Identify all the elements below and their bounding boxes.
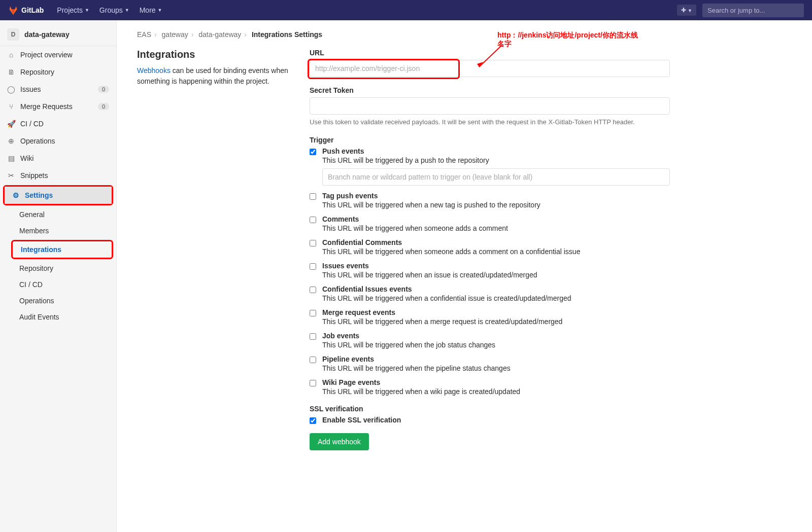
trigger-desc: This URL will be triggered when a merge … [322, 317, 670, 326]
gear-icon: ⚙ [12, 191, 20, 199]
url-label: URL [310, 49, 670, 57]
trigger-title: Tag push events [322, 192, 670, 200]
trigger-item: Issues eventsThis URL will be triggered … [310, 262, 670, 279]
book-icon: ▤ [7, 154, 15, 162]
trigger-item: Job eventsThis URL will be triggered whe… [310, 332, 670, 349]
trigger-desc: This URL will be triggered when someone … [322, 247, 670, 256]
add-webhook-button[interactable]: Add webhook [310, 433, 369, 450]
trigger-item: Confidential CommentsThis URL will be tr… [310, 238, 670, 256]
search-input[interactable] [702, 4, 804, 17]
url-input[interactable] [310, 60, 670, 77]
trigger-item: Pipeline eventsThis URL will be triggere… [310, 355, 670, 372]
trigger-checkbox[interactable] [310, 333, 316, 340]
sidebar-item-snippets[interactable]: ✂Snippets [0, 167, 116, 184]
settings-cicd[interactable]: CI / CD [0, 276, 116, 293]
sidebar-item-repository[interactable]: 🗎Repository [0, 63, 116, 81]
trigger-checkbox[interactable] [310, 287, 316, 293]
trigger-checkbox[interactable] [310, 263, 316, 270]
trigger-desc: This URL will be triggered when a wiki p… [322, 387, 670, 396]
chevron-down-icon: ▼ [158, 8, 162, 13]
crumb-eas[interactable]: EAS [137, 30, 151, 39]
trigger-desc: This URL will be triggered when someone … [322, 224, 670, 232]
gitlab-logo[interactable]: GitLab [8, 5, 44, 15]
trigger-title: Pipeline events [322, 355, 670, 363]
chevron-down-icon: ▼ [125, 8, 129, 13]
trigger-item: Wiki Page eventsThis URL will be trigger… [310, 378, 670, 396]
new-button[interactable]: ✚ ▼ [677, 5, 696, 16]
sidebar-item-wiki[interactable]: ▤Wiki [0, 150, 116, 167]
sidebar-item-cicd[interactable]: 🚀CI / CD [0, 115, 116, 132]
brand-name: GitLab [21, 6, 44, 14]
home-icon: ⌂ [7, 51, 15, 59]
project-name: data-gateway [24, 30, 70, 39]
settings-general[interactable]: General [0, 206, 116, 223]
settings-members[interactable]: Members [0, 223, 116, 239]
breadcrumb: EAS› gateway› data-gateway› Integrations… [137, 30, 670, 39]
issues-badge: 0 [98, 86, 109, 93]
trigger-title: Issues events [322, 262, 670, 270]
settings-integrations[interactable]: Integrations [13, 241, 112, 258]
ssl-check-label: Enable SSL verification [322, 416, 670, 424]
issues-icon: ◯ [7, 85, 15, 93]
trigger-desc: This URL will be triggered when the job … [322, 341, 670, 349]
trigger-title: Job events [322, 332, 670, 340]
trigger-checkbox[interactable] [310, 217, 316, 223]
trigger-item: Tag push eventsThis URL will be triggere… [310, 192, 670, 209]
trigger-title: Wiki Page events [322, 378, 670, 386]
file-icon: 🗎 [7, 68, 15, 76]
settings-audit[interactable]: Audit Events [0, 309, 116, 325]
trigger-label: Trigger [310, 136, 670, 144]
ssl-checkbox[interactable] [310, 417, 316, 424]
trigger-item: CommentsThis URL will be triggered when … [310, 215, 670, 232]
page-intro: Webhooks can be used for binding events … [137, 65, 289, 87]
trigger-item: Confidential Issues eventsThis URL will … [310, 285, 670, 302]
page-title: Integrations [137, 49, 289, 60]
operations-icon: ⊕ [7, 137, 15, 145]
trigger-title: Push events [322, 147, 670, 155]
trigger-title: Confidential Comments [322, 238, 670, 246]
trigger-desc: This URL will be triggered by a push to … [322, 156, 670, 164]
secret-input[interactable] [310, 97, 670, 115]
trigger-checkbox[interactable] [310, 149, 316, 155]
nav-projects[interactable]: Projects▼ [52, 6, 94, 14]
sidebar-item-mr[interactable]: ⑂Merge Requests0 [0, 98, 116, 115]
project-avatar: D [7, 28, 19, 41]
trigger-checkbox[interactable] [310, 240, 316, 246]
branch-filter-input[interactable] [322, 168, 670, 186]
crumb-current: Integrations Settings [252, 30, 322, 39]
trigger-item: Merge request eventsThis URL will be tri… [310, 308, 670, 326]
trigger-item: Push eventsThis URL will be triggered by… [310, 147, 670, 186]
secret-help: Use this token to validate received payl… [310, 118, 670, 127]
sidebar-item-issues[interactable]: ◯Issues0 [0, 81, 116, 98]
trigger-title: Comments [322, 215, 670, 223]
trigger-title: Confidential Issues events [322, 285, 670, 293]
settings-operations[interactable]: Operations [0, 293, 116, 309]
chevron-down-icon: ▼ [85, 8, 89, 13]
ssl-label: SSL verification [310, 405, 670, 413]
trigger-desc: This URL will be triggered when the pipe… [322, 364, 670, 372]
trigger-checkbox[interactable] [310, 357, 316, 363]
trigger-title: Merge request events [322, 308, 670, 316]
sidebar: D data-gateway ⌂Project overview 🗎Reposi… [0, 20, 117, 532]
crumb-data-gateway[interactable]: data-gateway [198, 30, 241, 39]
nav-more[interactable]: More▼ [134, 6, 167, 14]
trigger-checkbox[interactable] [310, 193, 316, 200]
trigger-desc: This URL will be triggered when a confid… [322, 294, 670, 302]
trigger-checkbox[interactable] [310, 310, 316, 316]
main-content: EAS› gateway› data-gateway› Integrations… [117, 20, 690, 532]
sidebar-item-settings[interactable]: ⚙Settings [5, 187, 112, 204]
mr-badge: 0 [98, 103, 109, 110]
rocket-icon: 🚀 [7, 120, 15, 128]
trigger-checkbox[interactable] [310, 380, 316, 386]
crumb-gateway[interactable]: gateway [162, 30, 188, 39]
sidebar-item-overview[interactable]: ⌂Project overview [0, 46, 116, 63]
settings-repository[interactable]: Repository [0, 260, 116, 276]
gitlab-icon [8, 5, 18, 15]
webhooks-link[interactable]: Webhooks [137, 66, 171, 75]
trigger-desc: This URL will be triggered when an issue… [322, 271, 670, 279]
trigger-desc: This URL will be triggered when a new ta… [322, 201, 670, 209]
project-header[interactable]: D data-gateway [0, 23, 116, 46]
nav-groups[interactable]: Groups▼ [94, 6, 134, 14]
sidebar-item-operations[interactable]: ⊕Operations [0, 132, 116, 150]
merge-icon: ⑂ [7, 102, 15, 111]
